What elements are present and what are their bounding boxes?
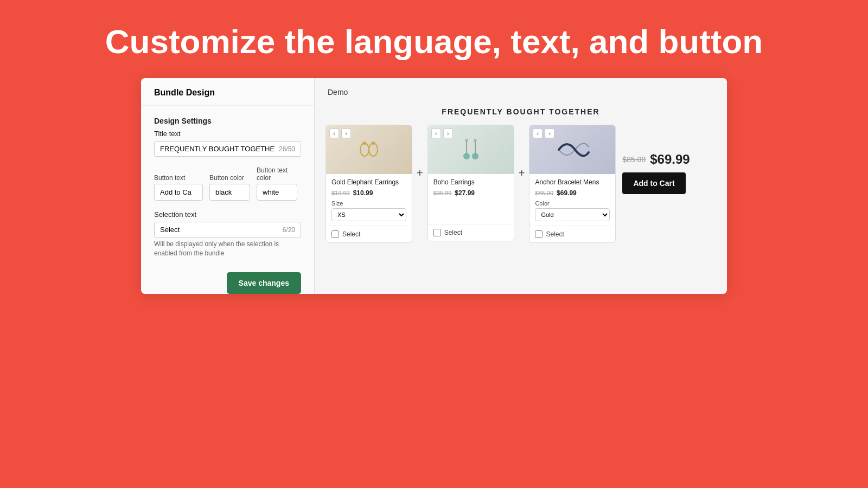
prev-arrow-2[interactable]: ‹ — [431, 129, 441, 138]
product-name-2: Boho Earrings — [433, 178, 508, 187]
button-color-label: Button color — [209, 174, 250, 182]
select-label-3: Select — [546, 230, 564, 238]
product-info-2: Boho Earrings $35.99 $27.99 — [428, 174, 514, 224]
svg-point-3 — [372, 142, 375, 145]
select-checkbox-2[interactable] — [433, 229, 441, 236]
selection-hint-text: Will be displayed only when the selectio… — [154, 240, 301, 258]
select-row-1: Select — [326, 226, 412, 242]
select-checkbox-3[interactable] — [535, 230, 542, 238]
product-card-3: ‹ › Anchor Bracelet Mens $85.00 $69.99 — [529, 125, 616, 243]
nav-arrows-3: ‹ › — [533, 129, 554, 138]
product-card-1: ‹ › Gold Elephant Earrings — [326, 125, 412, 243]
select-label-1: Select — [342, 230, 360, 238]
svg-point-2 — [369, 143, 378, 156]
select-checkbox-1[interactable] — [331, 230, 339, 238]
select-label-2: Select — [444, 229, 462, 236]
svg-point-0 — [360, 143, 369, 156]
main-panel: Bundle Design Design Settings Title text… — [141, 78, 727, 294]
left-panel: Bundle Design Design Settings Title text… — [141, 78, 315, 294]
price-and-cart: $85.00 $69.99 Add to Cart — [616, 152, 696, 194]
selection-text-input-wrapper: 6/20 — [154, 222, 301, 237]
next-arrow-2[interactable]: › — [443, 129, 453, 138]
product-image-area-3: ‹ › — [529, 125, 615, 174]
title-text-label: Title text — [154, 130, 301, 138]
selection-text-count: 6/20 — [283, 226, 295, 234]
variant-select-1[interactable]: XS S M L — [331, 208, 406, 221]
demo-label: Demo — [315, 78, 727, 102]
button-fields-row: Button text Button color Button text col… — [154, 166, 301, 201]
page-title: Customize the language, text, and button — [73, 0, 795, 78]
product-card-2: ‹ › Boho Earrings — [427, 125, 514, 241]
product-image-area-2: ‹ › — [428, 125, 514, 174]
price-row-2: $35.99 $27.99 — [433, 189, 508, 197]
demo-content: FREQUENTLY BOUGHT TOGETHER ‹ › — [315, 102, 727, 254]
nav-arrows-1: ‹ › — [329, 129, 351, 138]
selection-text-field-group: Selection text 6/20 Will be displayed on… — [154, 210, 301, 258]
button-text-label: Button text — [154, 174, 203, 182]
section-title: Design Settings — [154, 117, 301, 125]
svg-point-7 — [472, 153, 478, 159]
price-new-3: $69.99 — [557, 189, 577, 197]
total-price-row: $85.00 $69.99 — [622, 152, 690, 167]
button-text-color-label: Button text color — [257, 166, 301, 182]
selection-text-label: Selection text — [154, 210, 301, 219]
save-changes-button[interactable]: Save changes — [227, 272, 301, 294]
product-name-1: Gold Elephant Earrings — [331, 178, 406, 187]
product-info-1: Gold Elephant Earrings $19.99 $10.99 Siz… — [326, 174, 412, 226]
total-new-price: $69.99 — [650, 152, 690, 167]
price-row-1: $19.99 $10.99 — [331, 189, 406, 197]
total-old-price: $85.00 — [622, 155, 646, 164]
svg-point-1 — [363, 142, 366, 145]
title-text-count: 26/50 — [279, 145, 295, 153]
prev-arrow-3[interactable]: ‹ — [533, 129, 542, 138]
design-settings: Design Settings Title text 26/50 Button … — [141, 106, 314, 279]
product-image-2 — [455, 133, 487, 166]
svg-point-9 — [474, 139, 476, 142]
title-text-input[interactable] — [160, 145, 275, 153]
panel-title: Bundle Design — [141, 78, 314, 106]
title-text-input-wrapper: 26/50 — [154, 141, 301, 157]
variant-label-1: Size — [331, 200, 406, 207]
price-old-1: $19.99 — [331, 190, 350, 196]
nav-arrows-2: ‹ › — [431, 129, 453, 138]
selection-text-input[interactable] — [160, 226, 278, 234]
products-row: ‹ › Gold Elephant Earrings — [326, 125, 716, 243]
prev-arrow-1[interactable]: ‹ — [329, 129, 339, 138]
title-text-field-group: Title text 26/50 — [154, 130, 301, 157]
product-image-3 — [553, 133, 591, 166]
fbt-title: FREQUENTLY BOUGHT TOGETHER — [326, 107, 716, 116]
price-row-3: $85.00 $69.99 — [535, 189, 610, 197]
price-old-2: $35.99 — [433, 190, 452, 196]
svg-point-8 — [465, 139, 468, 142]
variant-select-3[interactable]: Gold Silver Black — [535, 208, 610, 221]
button-text-color-col: Button text color — [257, 166, 301, 201]
plus-sign-1: + — [412, 167, 427, 179]
next-arrow-1[interactable]: › — [341, 129, 351, 138]
button-text-input[interactable] — [154, 184, 203, 201]
variant-label-3: Color — [535, 200, 610, 207]
add-to-cart-button[interactable]: Add to Cart — [622, 172, 685, 194]
price-new-1: $10.99 — [353, 189, 373, 197]
right-panel: Demo FREQUENTLY BOUGHT TOGETHER ‹ › — [315, 78, 727, 294]
button-color-input[interactable] — [209, 184, 250, 201]
select-row-2: Select — [428, 224, 514, 241]
product-image-1 — [353, 133, 385, 166]
product-info-3: Anchor Bracelet Mens $85.00 $69.99 Color… — [529, 174, 615, 226]
button-text-col: Button text — [154, 174, 203, 201]
product-name-3: Anchor Bracelet Mens — [535, 178, 610, 187]
select-row-3: Select — [529, 226, 615, 242]
price-new-2: $27.99 — [455, 189, 475, 197]
plus-sign-2: + — [514, 167, 529, 179]
button-color-col: Button color — [209, 174, 250, 201]
product-image-area-1: ‹ › — [326, 125, 412, 174]
button-text-color-input[interactable] — [257, 184, 297, 201]
next-arrow-3[interactable]: › — [545, 129, 554, 138]
price-old-3: $85.00 — [535, 190, 553, 196]
svg-point-5 — [463, 153, 470, 159]
